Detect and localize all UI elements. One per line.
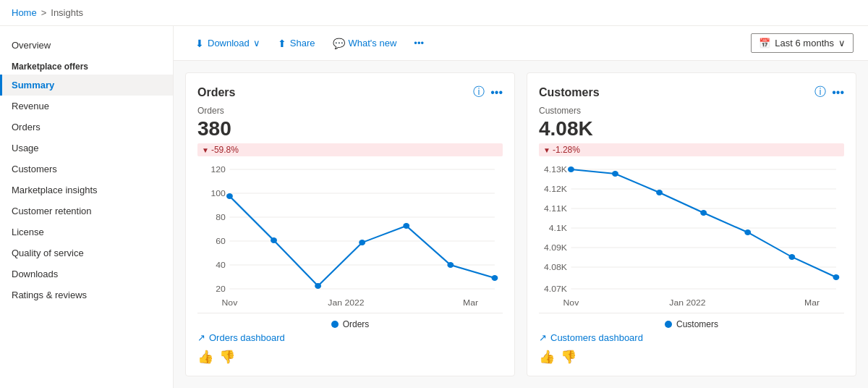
download-icon: ⬇ — [195, 38, 204, 49]
customers-card-icons: ⓘ ••• — [814, 85, 844, 100]
sidebar-item-marketplace-insights[interactable]: Marketplace insights — [0, 180, 173, 201]
date-range-chevron-icon: ∨ — [838, 38, 846, 48]
orders-dashboard-trend-icon: ↗ — [197, 332, 205, 343]
more-icon: ••• — [414, 38, 424, 48]
date-range-button[interactable]: 📅 Last 6 months ∨ — [751, 33, 854, 53]
orders-legend-dot — [331, 321, 339, 328]
customers-card-title: Customers — [539, 86, 600, 99]
svg-text:Mar: Mar — [804, 298, 820, 307]
svg-text:4.07K: 4.07K — [544, 284, 567, 293]
sidebar: Overview Marketplace offers SummaryReven… — [0, 26, 174, 388]
svg-point-37 — [612, 171, 618, 177]
orders-card-title: Orders — [197, 86, 235, 99]
svg-text:Nov: Nov — [563, 298, 579, 307]
breadcrumb-current: Insights — [51, 7, 83, 18]
breadcrumb: Home > Insights — [0, 0, 868, 26]
customers-more-button[interactable]: ••• — [832, 86, 844, 99]
orders-metric-change: ▼ -59.8% — [197, 143, 503, 156]
download-chevron-icon: ∨ — [253, 38, 260, 48]
svg-text:100: 100 — [211, 189, 226, 198]
orders-dashboard-link[interactable]: ↗ Orders dashboard — [197, 332, 503, 343]
customers-thumbs-up-button[interactable]: 👍 — [539, 349, 555, 365]
svg-text:40: 40 — [216, 261, 226, 269]
sidebar-item-overview[interactable]: Overview — [0, 35, 173, 56]
customers-chart: 4.13K 4.12K 4.11K 4.1K 4.09K 4.08K 4.07K — [539, 162, 844, 307]
sidebar-item-customers[interactable]: Customers — [0, 159, 173, 180]
orders-card-actions: 👍 👎 — [197, 343, 503, 365]
breadcrumb-separator: > — [41, 7, 47, 18]
orders-change-value: -59.8% — [211, 145, 239, 155]
orders-dashboard-link-text: Orders dashboard — [209, 332, 285, 343]
content-area: ⬇ Download ∨ ⬆ Share 💬 What's new ••• — [174, 26, 868, 388]
svg-point-40 — [744, 229, 751, 235]
sidebar-item-revenue[interactable]: Revenue — [0, 96, 173, 117]
customers-thumbs-down-button[interactable]: 👎 — [561, 349, 576, 365]
svg-text:120: 120 — [211, 165, 226, 174]
share-button[interactable]: ⬆ Share — [271, 34, 323, 53]
svg-point-17 — [447, 262, 454, 268]
svg-text:20: 20 — [216, 284, 226, 293]
orders-more-button[interactable]: ••• — [490, 86, 503, 99]
customers-dashboard-link-text: Customers dashboard — [550, 332, 643, 343]
orders-card: Orders ⓘ ••• Orders 380 ▼ -59.8% — [185, 72, 515, 376]
svg-point-39 — [700, 210, 707, 216]
breadcrumb-home[interactable]: Home — [12, 7, 37, 18]
orders-chart: 120 100 80 60 40 20 — [197, 162, 503, 307]
customers-metric-label: Customers — [539, 106, 844, 116]
sidebar-item-quality-of-service[interactable]: Quality of service — [0, 242, 173, 263]
customers-metric-change: ▼ -1.28% — [539, 143, 844, 156]
svg-text:Mar: Mar — [463, 298, 478, 307]
sidebar-item-license[interactable]: License — [0, 222, 173, 242]
svg-point-14 — [315, 283, 321, 289]
orders-card-icons: ⓘ ••• — [473, 85, 503, 100]
toolbar: ⬇ Download ∨ ⬆ Share 💬 What's new ••• — [174, 26, 868, 61]
orders-metric-label: Orders — [197, 106, 503, 116]
orders-thumbs-up-button[interactable]: 👍 — [197, 349, 213, 365]
share-icon: ⬆ — [278, 38, 286, 49]
svg-text:4.1K: 4.1K — [549, 224, 567, 232]
svg-text:4.09K: 4.09K — [544, 243, 567, 252]
sidebar-item-ratings-reviews[interactable]: Ratings & reviews — [0, 284, 173, 305]
more-button[interactable]: ••• — [407, 34, 431, 52]
customers-change-value: -1.28% — [553, 145, 580, 155]
sidebar-item-summary[interactable]: Summary — [0, 75, 173, 96]
cards-area: Orders ⓘ ••• Orders 380 ▼ -59.8% — [174, 61, 868, 388]
svg-point-38 — [656, 190, 663, 195]
svg-point-41 — [788, 254, 795, 260]
sidebar-item-orders[interactable]: Orders — [0, 117, 173, 138]
orders-card-header: Orders ⓘ ••• — [197, 85, 503, 100]
svg-text:4.13K: 4.13K — [544, 165, 567, 174]
svg-text:4.11K: 4.11K — [544, 204, 567, 213]
calendar-icon: 📅 — [759, 38, 770, 48]
svg-text:Jan 2022: Jan 2022 — [328, 298, 364, 307]
download-button[interactable]: ⬇ Download ∨ — [188, 34, 268, 53]
sidebar-item-usage[interactable]: Usage — [0, 138, 173, 159]
svg-point-12 — [226, 193, 233, 199]
svg-point-42 — [833, 274, 839, 280]
whats-new-icon: 💬 — [333, 38, 345, 49]
svg-text:4.08K: 4.08K — [544, 263, 567, 271]
customers-metric-value: 4.08K — [539, 117, 844, 140]
svg-point-18 — [491, 275, 498, 281]
svg-text:4.12K: 4.12K — [544, 185, 567, 193]
customers-card-header: Customers ⓘ ••• — [539, 85, 844, 100]
whats-new-button[interactable]: 💬 What's new — [326, 34, 404, 53]
customers-legend-dot — [665, 321, 672, 328]
orders-change-arrow: ▼ — [202, 146, 209, 154]
customers-info-button[interactable]: ⓘ — [814, 85, 826, 100]
customers-dashboard-link[interactable]: ↗ Customers dashboard — [539, 332, 844, 343]
customers-card-actions: 👍 👎 — [539, 343, 844, 365]
svg-text:80: 80 — [216, 213, 226, 222]
svg-point-13 — [271, 237, 277, 243]
svg-point-36 — [568, 166, 574, 172]
svg-point-15 — [359, 240, 365, 245]
svg-text:60: 60 — [216, 237, 226, 245]
sidebar-item-customer-retention[interactable]: Customer retention — [0, 201, 173, 222]
orders-metric-value: 380 — [197, 117, 503, 140]
orders-thumbs-down-button[interactable]: 👎 — [219, 349, 235, 365]
svg-point-16 — [403, 223, 409, 229]
svg-text:Nov: Nov — [222, 298, 238, 307]
sidebar-item-downloads[interactable]: Downloads — [0, 263, 173, 284]
orders-info-button[interactable]: ⓘ — [473, 85, 485, 100]
customers-change-arrow: ▼ — [543, 146, 550, 154]
